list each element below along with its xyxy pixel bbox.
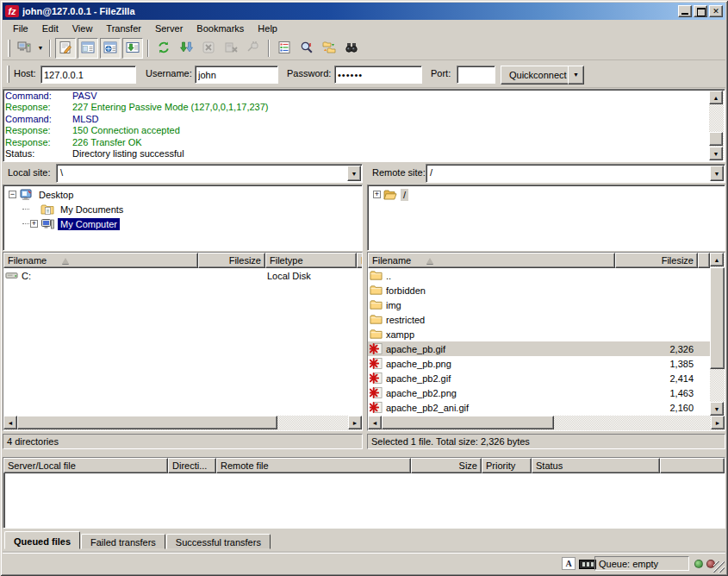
menu-view[interactable]: View (65, 22, 100, 35)
file-row[interactable]: apache_pb.png1,385 (368, 356, 710, 371)
file-row[interactable]: C:Local Disk (3, 268, 362, 283)
port-label: Port: (431, 68, 451, 78)
refresh-button[interactable] (153, 38, 174, 59)
column-header-l[interactable]: L (357, 253, 363, 268)
toolbar-grip (8, 40, 10, 57)
file-row[interactable]: xampp (368, 327, 710, 341)
queue-headers: Server/Local fileDirecti...Remote fileSi… (3, 458, 725, 473)
tree-expand-icon[interactable]: + (373, 191, 381, 198)
remote-tree-item[interactable]: +/ (368, 187, 725, 202)
scroll-right-button[interactable]: ► (348, 416, 362, 429)
site-manager-button[interactable] (14, 38, 34, 59)
password-input[interactable] (334, 66, 422, 84)
log-line: Response:227 Entering Passive Mode (127,… (5, 102, 708, 113)
column-header-filetype[interactable]: Filetype (265, 253, 357, 268)
menu-bookmarks[interactable]: Bookmarks (190, 22, 251, 35)
column-header-size[interactable]: Size (411, 458, 482, 473)
menu-transfer[interactable]: Transfer (99, 22, 148, 35)
synchronized-browsing-icon (322, 41, 336, 56)
local-tree-item[interactable]: −Desktop (3, 187, 362, 202)
combo-dropdown-icon[interactable]: ▼ (347, 166, 361, 181)
toggle-transfer-queue-button[interactable] (122, 38, 143, 59)
column-header-server-local-file[interactable]: Server/Local file (3, 458, 168, 473)
column-header-[interactable] (660, 458, 725, 473)
process-queue-button[interactable] (176, 38, 196, 59)
menu-edit[interactable]: Edit (35, 22, 65, 35)
local-tree-item[interactable]: My Documents (3, 202, 362, 216)
log-line: Status:Directory listing successful (5, 148, 708, 160)
minimize-button[interactable] (678, 5, 692, 17)
username-input[interactable] (195, 66, 278, 84)
column-header-status[interactable]: Status (532, 458, 660, 473)
image-icon (370, 386, 384, 400)
local-site-combobox[interactable]: \ ▼ (56, 164, 363, 183)
quickconnect-button[interactable]: Quickconnect (501, 66, 576, 85)
maximize-button[interactable] (694, 5, 707, 17)
local-tree-item[interactable]: +My Computer (3, 216, 362, 231)
scroll-up-button[interactable]: ▲ (709, 91, 723, 104)
scroll-left-button[interactable]: ◄ (368, 416, 382, 429)
tab-successful-transfers[interactable]: Successful transfers (166, 534, 271, 549)
menu-server[interactable]: Server (148, 22, 190, 35)
menu-file[interactable]: File (6, 22, 35, 35)
scroll-down-button[interactable]: ▼ (710, 402, 724, 416)
column-header-priority[interactable]: Priority (482, 458, 532, 473)
host-input[interactable] (40, 66, 136, 84)
column-header-directi-[interactable]: Directi... (168, 458, 216, 473)
remote-site-combobox[interactable]: / ▼ (426, 164, 725, 183)
transfer-type-ascii-icon[interactable]: A (562, 557, 576, 570)
file-row[interactable]: img (368, 297, 710, 312)
find-files-button[interactable] (341, 38, 362, 59)
scroll-right-button[interactable]: ► (711, 416, 725, 429)
menu-help[interactable]: Help (251, 22, 284, 35)
column-header-label: Status (536, 460, 563, 471)
scrollbar-thumb[interactable] (709, 132, 723, 146)
tree-collapse-icon[interactable]: − (9, 191, 16, 198)
directory-comparison-button[interactable] (296, 38, 317, 59)
toggle-local-tree-view-button[interactable] (78, 38, 98, 59)
scroll-left-button[interactable]: ◄ (3, 416, 17, 429)
remote-horizontal-scrollbar[interactable]: ◄ ► (368, 416, 725, 430)
column-header-filesize[interactable]: Filesize (198, 253, 265, 268)
documents-icon (40, 203, 55, 216)
file-row[interactable]: forbidden (368, 283, 710, 297)
scrollbar-thumb[interactable] (382, 416, 554, 429)
filter-button[interactable] (274, 38, 295, 59)
file-row[interactable]: apache_pb2_ani.gif2,160 (368, 400, 710, 415)
toolbar-separator (268, 40, 270, 57)
file-row[interactable]: .. (368, 268, 710, 283)
toggle-remote-tree-view-button[interactable] (100, 38, 121, 59)
file-row[interactable]: apache_pb2.png1,463 (368, 385, 710, 400)
toggle-log-view-button[interactable] (55, 38, 76, 59)
column-header-filename[interactable]: Filename (3, 253, 198, 268)
column-header-filename[interactable]: Filename (368, 253, 615, 268)
resize-grip[interactable] (713, 561, 725, 573)
remote-vertical-scrollbar[interactable]: ▲ ▼ (710, 253, 725, 416)
scroll-up-button[interactable]: ▲ (710, 253, 724, 266)
scrollbar-thumb[interactable] (710, 267, 725, 369)
site-manager-dropdown-icon[interactable]: ▼ (35, 39, 46, 58)
close-button[interactable] (709, 5, 723, 17)
host-label: Host: (14, 68, 36, 78)
tab-failed-transfers[interactable]: Failed transfers (81, 534, 165, 549)
quickconnect-dropdown-button[interactable]: ▼ (568, 66, 584, 85)
file-row[interactable]: apache_pb2.gif2,414 (368, 371, 710, 385)
file-row[interactable]: restricted (368, 312, 710, 327)
synchronized-browsing-button[interactable] (319, 38, 339, 59)
column-header-remote-file[interactable]: Remote file (216, 458, 411, 473)
scroll-down-button[interactable]: ▼ (709, 147, 723, 160)
local-horizontal-scrollbar[interactable]: ◄ ► (3, 416, 362, 430)
column-header-filesize[interactable]: Filesize (615, 253, 698, 268)
socket-status-icon[interactable] (579, 560, 596, 569)
scrollbar-thumb[interactable] (17, 416, 277, 429)
file-row[interactable]: apache_pb.gif2,326 (368, 341, 710, 356)
tree-expand-icon[interactable]: + (30, 220, 38, 228)
file-name: apache_pb.gif (386, 344, 445, 354)
column-header-[interactable] (698, 253, 710, 268)
log-scrollbar[interactable]: ▲ ▼ (709, 91, 724, 160)
port-input[interactable] (457, 66, 495, 84)
combo-dropdown-icon[interactable]: ▼ (710, 166, 724, 181)
tab-queued-files[interactable]: Queued files (4, 531, 80, 549)
queue-tabs: Queued filesFailed transfersSuccessful t… (3, 530, 725, 549)
disconnect-icon (224, 41, 238, 56)
